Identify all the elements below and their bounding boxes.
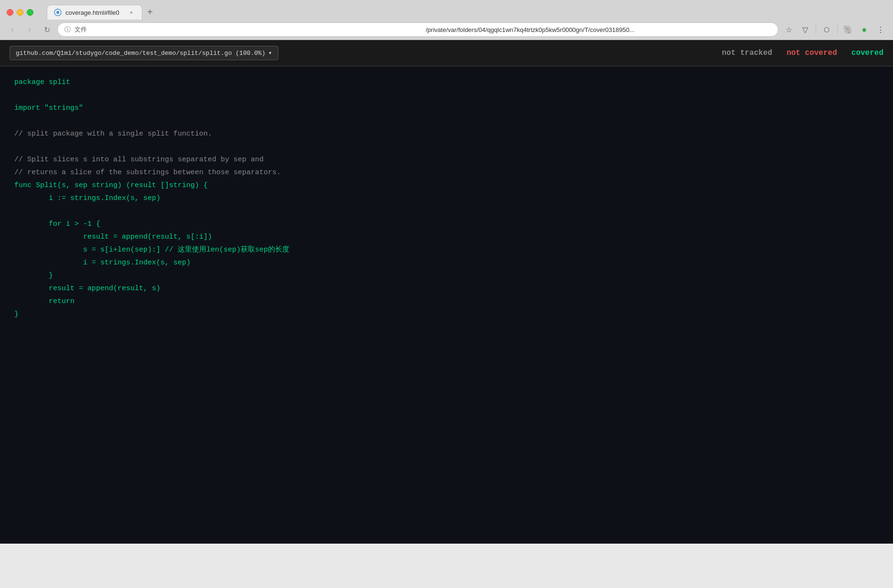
address-url: /private/var/folders/04/qgqlc1wn7kq4trtz… bbox=[426, 26, 772, 33]
more-icon: ⋮ bbox=[877, 25, 884, 34]
code-line: // Split slices s into all substrings se… bbox=[14, 153, 879, 166]
toolbar-divider bbox=[816, 25, 816, 34]
funnel-icon: ▽ bbox=[802, 25, 808, 34]
code-line: s = s[i+len(sep):] // 这里使用len(sep)获取sep的… bbox=[14, 243, 879, 256]
title-bar: coverage.html#file0 × + bbox=[0, 0, 893, 20]
address-bar[interactable]: ⓘ 文件 /private/var/folders/04/qgqlc1wn7kq… bbox=[57, 22, 778, 37]
file-label: github.com/Q1mi/studygo/code_demo/test_d… bbox=[16, 50, 266, 57]
code-line: for i > -1 { bbox=[14, 218, 879, 231]
code-line bbox=[14, 89, 879, 102]
code-line: package split bbox=[14, 76, 879, 89]
legend: not tracked not covered covered bbox=[722, 49, 883, 57]
code-line bbox=[14, 115, 879, 127]
browser-chrome: coverage.html#file0 × + ‹ › ↻ ⓘ 文件 /priv… bbox=[0, 0, 893, 40]
toolbar-icons: ☆ ▽ ⬡ 🐘 ● ⋮ bbox=[782, 23, 887, 36]
tab-favicon bbox=[54, 9, 62, 16]
toolbar-divider-2 bbox=[837, 25, 838, 34]
code-line: result = append(result, s) bbox=[14, 282, 879, 295]
back-button[interactable]: ‹ bbox=[6, 23, 19, 36]
code-line: // returns a slice of the substrings bet… bbox=[14, 166, 879, 179]
legend-not-tracked: not tracked bbox=[722, 49, 773, 57]
address-prefix: 文件 bbox=[74, 25, 420, 34]
code-line bbox=[14, 205, 879, 218]
legend-not-covered: not covered bbox=[787, 49, 837, 57]
tab-close-button[interactable]: × bbox=[128, 9, 135, 16]
back-icon: ‹ bbox=[11, 25, 13, 34]
refresh-icon: ↻ bbox=[44, 25, 50, 34]
forward-icon: › bbox=[28, 25, 31, 34]
evernote-button[interactable]: 🐘 bbox=[841, 23, 855, 36]
more-button[interactable]: ⋮ bbox=[874, 23, 887, 36]
minimize-button[interactable] bbox=[17, 9, 23, 16]
code-line: i = strings.Index(s, sep) bbox=[14, 256, 879, 269]
code-line: } bbox=[14, 269, 879, 282]
bookmark-button[interactable]: ☆ bbox=[782, 23, 796, 36]
star-icon: ☆ bbox=[786, 25, 792, 34]
address-bar-row: ‹ › ↻ ⓘ 文件 /private/var/folders/04/qgqlc… bbox=[0, 20, 893, 40]
code-line: i := strings.Index(s, sep) bbox=[14, 192, 879, 205]
forward-button[interactable]: › bbox=[23, 23, 36, 36]
code-line: import "strings" bbox=[14, 102, 879, 115]
traffic-lights bbox=[7, 9, 33, 16]
code-line: result = append(result, s[:i]) bbox=[14, 231, 879, 243]
code-area: package split import "strings" // split … bbox=[0, 66, 893, 544]
new-tab-button[interactable]: + bbox=[143, 5, 157, 19]
maximize-button[interactable] bbox=[27, 9, 33, 16]
svg-point-1 bbox=[56, 11, 59, 14]
code-block: package split import "strings" // split … bbox=[14, 76, 879, 321]
code-line: return bbox=[14, 295, 879, 308]
profile-icon: ● bbox=[862, 25, 867, 35]
coverage-header: github.com/Q1mi/studygo/code_demo/test_d… bbox=[0, 40, 893, 66]
tab-bar: coverage.html#file0 × + bbox=[47, 5, 157, 20]
extensions-button[interactable]: ⬡ bbox=[820, 23, 833, 36]
funnel-button[interactable]: ▽ bbox=[798, 23, 812, 36]
code-line: // split package with a single split fun… bbox=[14, 127, 879, 140]
extensions-icon: ⬡ bbox=[824, 26, 829, 33]
evernote-icon: 🐘 bbox=[843, 24, 853, 35]
code-line: } bbox=[14, 308, 879, 321]
info-icon: ⓘ bbox=[64, 25, 71, 34]
refresh-button[interactable]: ↻ bbox=[40, 23, 53, 36]
code-line: func Split(s, sep string) (result []stri… bbox=[14, 179, 879, 192]
tab-title: coverage.html#file0 bbox=[65, 9, 124, 16]
legend-covered: covered bbox=[851, 49, 883, 57]
close-button[interactable] bbox=[7, 9, 13, 16]
code-line bbox=[14, 140, 879, 153]
profile-button[interactable]: ● bbox=[858, 23, 871, 36]
active-tab[interactable]: coverage.html#file0 × bbox=[47, 5, 142, 20]
dropdown-arrow: ▾ bbox=[268, 49, 272, 57]
file-selector[interactable]: github.com/Q1mi/studygo/code_demo/test_d… bbox=[10, 46, 278, 60]
